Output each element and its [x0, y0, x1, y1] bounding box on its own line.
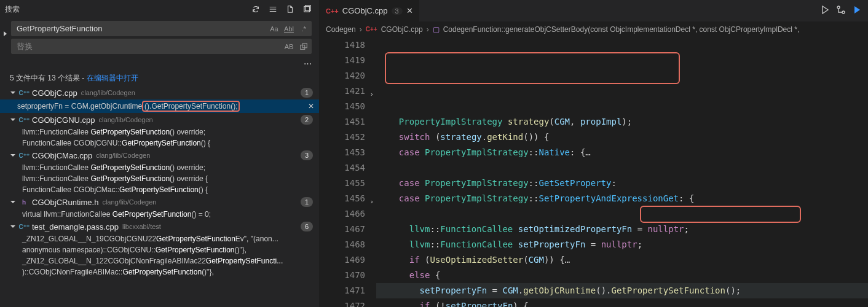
search-panel: 搜索 Aa Abl .* AB ⋯ — [0, 0, 320, 307]
code-line[interactable]: if (UseOptimizedSetter(CGM)) {… — [376, 252, 868, 268]
code-line[interactable]: llvm::FunctionCallee setOptimizedPropert… — [376, 222, 868, 237]
file-icon: C⁺⁺ — [18, 221, 30, 232]
search-match[interactable]: virtual llvm::FunctionCallee GetProperty… — [0, 209, 319, 220]
breadcrumb[interactable]: Codegen › C++ CGObjC.cpp › ▢ CodegenFunc… — [320, 21, 868, 37]
code-line[interactable]: case PropertyImplStrategy::Native: {… — [376, 145, 868, 160]
file-name: CGObjC.cpp — [32, 88, 77, 98]
more-options-icon[interactable]: ⋯ — [0, 59, 319, 71]
file-name: CGObjCMac.cpp — [32, 151, 92, 160]
expand-replace-toggle[interactable] — [1, 29, 10, 38]
svg-point-5 — [842, 11, 845, 14]
line-number: 1454 — [320, 160, 365, 176]
line-number: 1467 — [320, 222, 365, 237]
line-number: 1420 — [320, 68, 365, 84]
code-line[interactable]: switch (strategy.getKind()) { — [376, 130, 868, 145]
code-line[interactable] — [376, 99, 868, 114]
line-number: 1469 — [320, 252, 365, 268]
code-line[interactable]: else { — [376, 268, 868, 283]
chevron-down-icon — [9, 88, 17, 97]
chevron-down-icon — [9, 151, 17, 160]
code-line[interactable] — [376, 206, 868, 222]
crumb-symbol[interactable]: CodegenFunction::generateObjCSetterBody(… — [443, 25, 800, 34]
replace-input-row: AB — [11, 39, 312, 54]
close-icon[interactable]: ✕ — [406, 6, 413, 15]
results-count: 5 文件中有 13 个结果 - — [10, 74, 87, 82]
line-number: 1450 — [320, 99, 365, 114]
code-line[interactable]: case PropertyImplStrategy::SetPropertyAn… — [376, 191, 868, 206]
line-number: 1456› — [320, 191, 365, 206]
search-match[interactable]: FunctionCallee CGObjCGNU::GetPropertySet… — [0, 138, 319, 149]
replace-input[interactable] — [12, 39, 282, 53]
preserve-case-toggle[interactable]: AB — [282, 40, 296, 53]
diff-icon[interactable] — [836, 5, 846, 17]
run-icon[interactable] — [820, 5, 830, 17]
search-match[interactable]: FunctionCallee CGObjCMac::GetPropertySet… — [0, 184, 319, 195]
code-line[interactable]: PropertyImplStrategy strategy(CGM, propI… — [376, 114, 868, 130]
tab-filename: CGObjC.cpp — [342, 6, 388, 15]
file-group[interactable]: C⁺⁺ CGObjC.cpp clang/lib/Codegen 1 — [0, 86, 319, 99]
code-line[interactable]: if (!setPropertyFn) { — [376, 298, 868, 307]
search-match[interactable]: )::CGObjCNonFragileABIMac::GetPropertySe… — [0, 266, 319, 278]
search-match[interactable]: llvm::FunctionCallee GetPropertySetFunct… — [0, 173, 319, 184]
clear-icon[interactable] — [266, 2, 280, 16]
line-number: 1419 — [320, 53, 365, 68]
match-word-toggle[interactable]: Abl — [282, 22, 296, 36]
match-case-toggle[interactable]: Aa — [267, 22, 282, 36]
fold-icon[interactable]: › — [369, 87, 374, 102]
search-input[interactable] — [12, 21, 267, 36]
fold-icon[interactable]: › — [369, 194, 374, 209]
match-count-badge: 6 — [301, 222, 313, 231]
code-content[interactable]: PropertyImplStrategy strategy(CGM, propI… — [376, 37, 868, 307]
line-number: 1452 — [320, 130, 365, 145]
refresh-icon[interactable] — [249, 2, 262, 16]
crumb-file[interactable]: CGObjC.cpp — [381, 25, 423, 34]
search-match[interactable]: _ZN12_GLOBAL__N_19CGObjCGNU22GetProperty… — [0, 233, 319, 244]
search-match[interactable]: _ZN12_GLOBAL__N_122CGObjCNonFragileABIMa… — [0, 255, 319, 266]
line-gutter: 1418141914201421›14501451145214531454145… — [320, 37, 376, 307]
dismiss-icon[interactable]: ✕ — [308, 102, 314, 111]
code-line[interactable]: llvm::FunctionCallee setPropertyFn = nul… — [376, 237, 868, 252]
file-name: CGObjCRuntime.h — [32, 198, 98, 207]
code-editor[interactable]: 1418141914201421›14501451145214531454145… — [320, 37, 868, 307]
match-count-badge: 1 — [301, 88, 313, 98]
file-name: CGObjCGNU.cpp — [32, 115, 95, 125]
tab-actions — [820, 0, 868, 21]
collapse-icon[interactable] — [301, 2, 314, 16]
file-path: clang/lib/Codegen — [96, 152, 150, 159]
search-header: 搜索 — [0, 0, 319, 18]
editor-panel: C++ CGObjC.cpp 3 ✕ Codegen › C++ CGObjC.… — [320, 0, 868, 307]
search-match[interactable]: llvm::FunctionCallee GetPropertySetFunct… — [0, 162, 319, 173]
search-match[interactable]: setpropertyFn = CGM.getObjCruntime().Get… — [0, 99, 319, 113]
search-match[interactable]: llvm::FunctionCallee GetPropertySetFunct… — [0, 126, 319, 138]
file-group[interactable]: C⁺⁺ CGObjCMac.cpp clang/lib/Codegen 3 — [0, 149, 319, 162]
search-match[interactable]: anonymous namespace)::CGObjCGNU::GetProp… — [0, 244, 319, 255]
file-path: clang/lib/Codegen — [81, 89, 135, 96]
symbol-icon: ▢ — [433, 25, 440, 34]
code-line[interactable]: case PropertyImplStrategy::GetSetPropert… — [376, 176, 868, 191]
code-line[interactable] — [376, 160, 868, 176]
match-count-badge: 1 — [301, 197, 313, 207]
file-icon: C⁺⁺ — [18, 114, 30, 125]
line-number: 1471 — [320, 283, 365, 298]
line-number: 1472 — [320, 298, 365, 307]
results-tree[interactable]: C⁺⁺ CGObjC.cpp clang/lib/Codegen 1setpro… — [0, 86, 319, 307]
line-number: 1418 — [320, 37, 365, 53]
regex-toggle[interactable]: .* — [296, 22, 311, 36]
tab-mod-badge: 3 — [392, 7, 403, 15]
file-path: clang/lib/Codegen — [99, 116, 153, 123]
file-path: clang/lib/Codegen — [102, 198, 156, 206]
file-group[interactable]: C⁺⁺ test_demangle.pass.cpp libcxxabi/tes… — [0, 220, 319, 233]
play-icon[interactable] — [852, 5, 862, 17]
search-input-area: Aa Abl .* AB — [0, 18, 319, 59]
tab-cgobjc[interactable]: C++ CGObjC.cpp 3 ✕ — [320, 0, 420, 21]
file-name: test_demangle.pass.cpp — [32, 222, 119, 231]
crumb-folder[interactable]: Codegen — [326, 25, 356, 34]
code-line[interactable]: setPropertyFn = CGM.getObjCRuntime().Get… — [376, 283, 868, 298]
new-file-icon[interactable] — [283, 2, 297, 16]
replace-all-icon[interactable] — [296, 40, 311, 53]
chevron-down-icon — [9, 115, 17, 124]
file-group[interactable]: h CGObjCRuntime.h clang/lib/Codegen 1 — [0, 195, 319, 209]
file-group[interactable]: C⁺⁺ CGObjCGNU.cpp clang/lib/Codegen 2 — [0, 113, 319, 126]
open-in-editor-link[interactable]: 在编辑器中打开 — [87, 74, 138, 82]
line-number: 1466 — [320, 206, 365, 222]
